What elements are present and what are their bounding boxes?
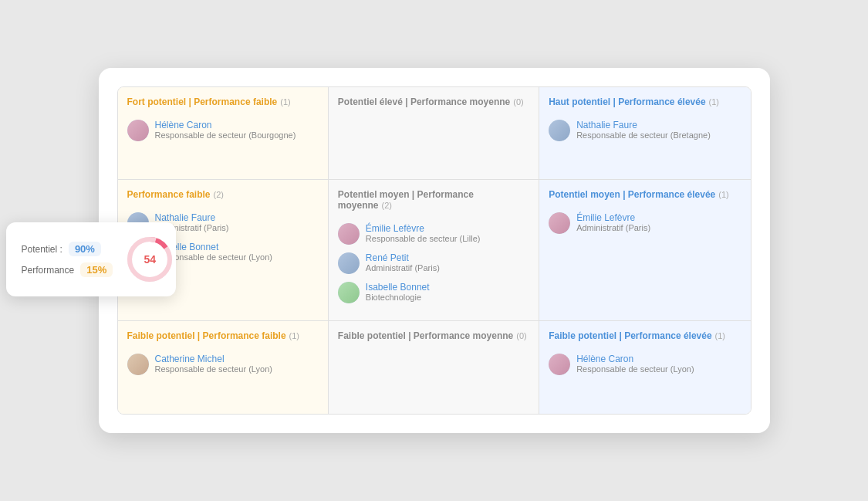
avatar: [549, 212, 570, 234]
avatar: [549, 120, 570, 141]
grid-cell-faible-faible: Faible potentiel | Performance faible(1)…: [118, 321, 329, 414]
performance-value: 15%: [80, 262, 113, 277]
cell-header-title: Fort potentiel | Performance faible: [127, 96, 278, 107]
cell-header: Faible potentiel | Performance faible(1): [127, 330, 319, 344]
list-item[interactable]: Hélène CaronResponsable de secteur (Lyon…: [549, 354, 741, 375]
person-name[interactable]: Catherine Michel: [155, 354, 272, 364]
person-info: Nathalie FaureResponsable de secteur (Br…: [576, 120, 711, 140]
avatar: [338, 282, 360, 303]
cell-header: Fort potentiel | Performance faible(1): [127, 96, 319, 110]
grid-cell-faible-eleve: Faible potentiel | Performance élevée(1)…: [539, 321, 750, 414]
cell-header-title: Faible potentiel | Performance moyenne: [338, 330, 513, 341]
potentiel-value: 90%: [69, 242, 101, 256]
cell-header: Potentiel élevé | Performance moyenne(0): [338, 96, 529, 110]
performance-grid: Fort potentiel | Performance faible(1)Hé…: [117, 86, 751, 415]
cell-count: (1): [709, 97, 719, 107]
list-item[interactable]: Catherine MichelResponsable de secteur (…: [127, 354, 319, 375]
cell-header: Faible potentiel | Performance moyenne(0…: [338, 330, 529, 344]
person-role: Biotechnologie: [366, 293, 430, 302]
popup-potentiel-row: Potentiel : 90%: [22, 242, 113, 256]
cell-header-title: Haut potentiel | Performance élevée: [549, 96, 705, 107]
person-role: Responsable de secteur (Lyon): [155, 364, 272, 374]
person-info: Catherine MichelResponsable de secteur (…: [155, 354, 272, 374]
cell-header-title: Potentiel moyen | Performance moyenne: [338, 189, 474, 211]
grid-cell-faible-moyen: Faible potentiel | Performance moyenne(0…: [329, 321, 539, 414]
cell-count: (0): [513, 97, 523, 107]
person-name[interactable]: Hélène Caron: [155, 120, 296, 130]
person-name[interactable]: Nathalie Faure: [576, 120, 711, 130]
person-role: Administratif (Paris): [366, 263, 440, 273]
popup-labels: Potentiel : 90% Performance 15%: [22, 242, 113, 277]
person-role: Responsable de secteur (Bretagne): [576, 130, 711, 140]
cell-header-title: Potentiel élevé | Performance moyenne: [338, 96, 510, 107]
grid-cell-moyen-moyen: Potentiel moyen | Performance moyenne(2)…: [329, 180, 539, 321]
list-item[interactable]: René PetitAdministratif (Paris): [338, 252, 529, 274]
person-name[interactable]: René Petit: [366, 252, 440, 263]
person-name[interactable]: Émilie Lefèvre: [366, 223, 481, 234]
cell-count: (0): [516, 331, 526, 340]
person-role: Responsable de secteur (Lille): [366, 234, 481, 243]
cell-count: (1): [280, 97, 290, 107]
person-name[interactable]: Isabelle Bonnet: [366, 282, 430, 293]
person-name[interactable]: Émilie Lefèvre: [576, 212, 650, 223]
grid-cell-potentiel-moyen: Potentiel élevé | Performance moyenne(0): [329, 87, 539, 180]
cell-header: Potentiel moyen | Performance élevée(1): [549, 189, 741, 203]
cell-header-title: Faible potentiel | Performance élevée: [549, 330, 711, 341]
popup-card: Potentiel : 90% Performance 15% 54: [6, 222, 176, 296]
list-item[interactable]: Émilie LefèvreResponsable de secteur (Li…: [338, 223, 529, 245]
grid-cell-moyen-eleve: Potentiel moyen | Performance élevée(1)É…: [539, 180, 750, 321]
avatar: [549, 354, 570, 375]
cell-count: (1): [289, 331, 299, 340]
cell-count: (2): [382, 201, 392, 210]
cell-header-title: Faible potentiel | Performance faible: [127, 330, 286, 341]
popup-performance-row: Performance 15%: [22, 262, 113, 277]
person-info: Hélène CaronResponsable de secteur (Bour…: [155, 120, 296, 140]
person-info: Isabelle BonnetBiotechnologie: [366, 282, 430, 302]
grid-cell-fort-faible: Fort potentiel | Performance faible(1)Hé…: [118, 87, 329, 180]
avatar: [338, 223, 360, 245]
list-item[interactable]: Nathalie FaureResponsable de secteur (Br…: [549, 120, 741, 141]
main-container: Potentiel : 90% Performance 15% 54 Fort …: [99, 68, 770, 433]
person-info: René PetitAdministratif (Paris): [366, 252, 440, 273]
avatar: [127, 120, 149, 141]
donut-score: 54: [144, 253, 156, 266]
list-item[interactable]: Hélène CaronResponsable de secteur (Bour…: [127, 120, 319, 141]
person-name[interactable]: Hélène Caron: [576, 354, 694, 364]
cell-count: (1): [715, 331, 725, 340]
cell-header-title: Performance faible: [127, 189, 211, 200]
person-role: Administratif (Paris): [576, 223, 650, 232]
avatar: [338, 252, 360, 274]
cell-header: Potentiel moyen | Performance moyenne(2): [338, 189, 529, 214]
person-role: Responsable de secteur (Lyon): [576, 364, 694, 374]
cell-header: Faible potentiel | Performance élevée(1): [549, 330, 741, 344]
cell-header-title: Potentiel moyen | Performance élevée: [549, 189, 715, 200]
donut-chart: 54: [125, 235, 174, 284]
person-role: Responsable de secteur (Bourgogne): [155, 130, 296, 140]
person-name[interactable]: Nathalie Faure: [155, 212, 229, 223]
avatar: [127, 354, 149, 375]
cell-header: Performance faible(2): [127, 189, 319, 203]
grid-cell-haut-eleve: Haut potentiel | Performance élevée(1)Na…: [539, 87, 750, 180]
cell-header: Haut potentiel | Performance élevée(1): [549, 96, 741, 110]
person-info: Émilie LefèvreResponsable de secteur (Li…: [366, 223, 481, 243]
performance-label: Performance: [22, 265, 75, 276]
list-item[interactable]: Isabelle BonnetBiotechnologie: [338, 282, 529, 303]
potentiel-label: Potentiel :: [22, 244, 62, 255]
person-info: Émilie LefèvreAdministratif (Paris): [576, 212, 650, 232]
cell-count: (2): [214, 190, 224, 199]
cell-count: (1): [718, 190, 728, 199]
list-item[interactable]: Émilie LefèvreAdministratif (Paris): [549, 212, 741, 234]
person-info: Hélène CaronResponsable de secteur (Lyon…: [576, 354, 694, 374]
